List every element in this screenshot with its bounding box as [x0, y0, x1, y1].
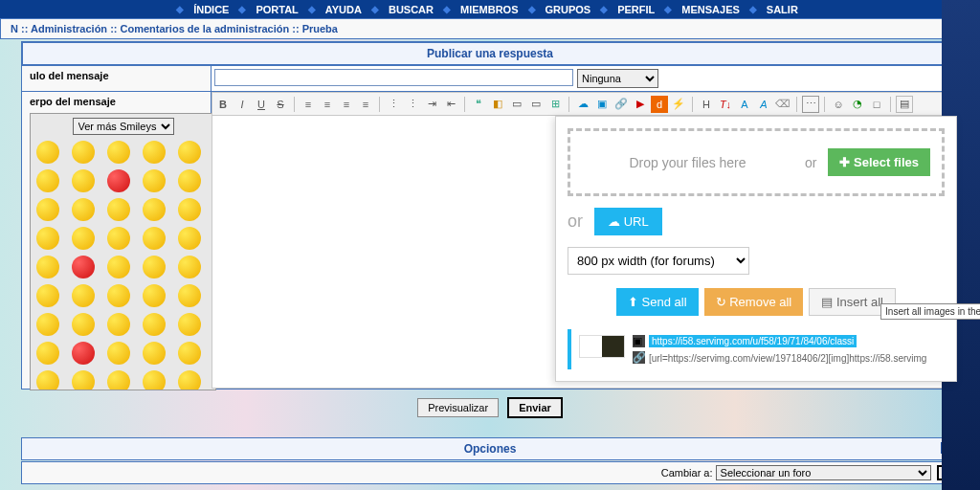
- nav-mensajes[interactable]: MENSAJES: [676, 4, 746, 15]
- flash-button[interactable]: ⚡: [670, 96, 687, 113]
- select-files-button[interactable]: ✚ Select files: [828, 148, 930, 176]
- table-button[interactable]: ⊞: [546, 96, 564, 113]
- emoji-button[interactable]: ☺: [830, 96, 847, 113]
- jump-forum-select[interactable]: Seleccionar un foro: [716, 465, 931, 480]
- smiley-icon[interactable]: [36, 313, 59, 336]
- smiley-icon[interactable]: [143, 342, 166, 365]
- title-input[interactable]: [214, 69, 573, 86]
- preview-button[interactable]: Previsualizar: [417, 398, 499, 417]
- nav-indice[interactable]: ÍNDICE: [188, 4, 234, 15]
- special-button[interactable]: □: [868, 96, 885, 113]
- align-left-button[interactable]: ≡: [300, 96, 317, 113]
- smiley-icon[interactable]: [178, 256, 201, 278]
- title-type-select[interactable]: Ninguna: [577, 69, 658, 88]
- youtube-button[interactable]: ▶: [632, 96, 649, 113]
- editor-textarea[interactable]: Drop your files here or ✚ Select files o…: [212, 116, 958, 389]
- more-button[interactable]: ⋯: [802, 96, 819, 113]
- smiley-icon[interactable]: [143, 313, 166, 336]
- nav-ayuda[interactable]: AYUDA: [320, 4, 368, 15]
- smiley-icon[interactable]: [107, 284, 130, 307]
- smiley-icon[interactable]: [143, 141, 166, 164]
- font-button[interactable]: A: [755, 96, 772, 113]
- upload-thumbnail[interactable]: [579, 335, 625, 358]
- smiley-icon[interactable]: [143, 227, 166, 250]
- smiley-icon[interactable]: [143, 169, 166, 192]
- fontsize-button[interactable]: T↓: [717, 96, 734, 113]
- smiley-icon[interactable]: [36, 256, 59, 278]
- smiley-icon[interactable]: [178, 141, 201, 164]
- bold-button[interactable]: B: [214, 96, 232, 113]
- smiley-icon[interactable]: [72, 169, 95, 192]
- upload-url[interactable]: https://i58.servimg.com/u/f58/19/71/84/0…: [649, 335, 857, 347]
- list-ol-button[interactable]: ⋮: [404, 96, 421, 113]
- smiley-icon[interactable]: [178, 370, 201, 390]
- strike-button[interactable]: S: [272, 96, 289, 113]
- smiley-icon[interactable]: [178, 227, 201, 250]
- smiley-icon[interactable]: [36, 227, 59, 250]
- smiley-icon[interactable]: [143, 284, 166, 307]
- nav-salir[interactable]: SALIR: [761, 4, 804, 15]
- dropzone[interactable]: Drop your files here or ✚ Select files: [568, 128, 945, 196]
- smiley-icon[interactable]: [107, 227, 130, 250]
- smiley-icon[interactable]: [178, 198, 201, 221]
- heading-button[interactable]: H: [698, 96, 715, 113]
- breadcrumb-link[interactable]: Administración: [31, 23, 107, 34]
- smiley-icon[interactable]: [36, 284, 59, 307]
- remove-all-button[interactable]: ↻ Remove all: [704, 288, 804, 316]
- smiley-icon[interactable]: [107, 342, 130, 365]
- link-button[interactable]: 🔗: [612, 96, 630, 113]
- smiley-icon[interactable]: [72, 198, 95, 221]
- smiley-icon[interactable]: [72, 256, 95, 278]
- smiley-icon[interactable]: [36, 342, 59, 365]
- smiley-icon[interactable]: [107, 256, 130, 278]
- url-button[interactable]: ☁ URL: [594, 208, 662, 235]
- smiley-icon[interactable]: [143, 256, 166, 278]
- smiley-icon[interactable]: [36, 141, 59, 164]
- smiley-icon[interactable]: [72, 313, 95, 336]
- smiley-icon[interactable]: [178, 342, 201, 365]
- code-button[interactable]: ◧: [489, 96, 506, 113]
- more-smileys-button[interactable]: Ver más Smileys: [73, 118, 174, 135]
- smiley-icon[interactable]: [72, 370, 95, 390]
- removefmt-button[interactable]: ⌫: [774, 96, 791, 113]
- smiley-icon[interactable]: [72, 141, 95, 164]
- list-ul-button[interactable]: ⋮: [385, 96, 402, 113]
- hidden-button[interactable]: ▭: [527, 96, 545, 113]
- send-all-button[interactable]: ⬆ Send all: [616, 288, 699, 316]
- smiley-icon[interactable]: [178, 169, 201, 192]
- smiley-icon[interactable]: [72, 342, 95, 365]
- upload-bbcode[interactable]: [url=https://servimg.com/view/19718406/2…: [649, 353, 926, 364]
- dailymotion-button[interactable]: d: [651, 96, 668, 113]
- outdent-button[interactable]: ⇤: [442, 96, 459, 113]
- spoiler-button[interactable]: ▭: [508, 96, 525, 113]
- smiley-icon[interactable]: [72, 227, 95, 250]
- nav-portal[interactable]: PORTAL: [250, 4, 303, 15]
- italic-button[interactable]: I: [234, 96, 251, 113]
- smiley-icon[interactable]: [107, 370, 130, 390]
- source-button[interactable]: ▤: [896, 96, 913, 113]
- align-center-button[interactable]: ≡: [319, 96, 336, 113]
- underline-button[interactable]: U: [253, 96, 270, 113]
- nav-buscar[interactable]: BUSCAR: [383, 4, 439, 15]
- nav-miembros[interactable]: MIEMBROS: [455, 4, 524, 15]
- smiley-icon[interactable]: [36, 198, 59, 221]
- indent-button[interactable]: ⇥: [423, 96, 440, 113]
- smiley-icon[interactable]: [143, 370, 166, 390]
- smiley-icon[interactable]: [107, 141, 130, 164]
- smiley-icon[interactable]: [178, 313, 201, 336]
- nav-grupos[interactable]: GRUPOS: [540, 4, 597, 15]
- send-button[interactable]: Enviar: [507, 397, 563, 418]
- options-header[interactable]: Opciones −: [21, 437, 959, 460]
- smiley-icon[interactable]: [107, 198, 130, 221]
- smiley-icon[interactable]: [107, 313, 130, 336]
- align-justify-button[interactable]: ≡: [357, 96, 374, 113]
- smiley-icon[interactable]: [107, 169, 130, 192]
- breadcrumb-link[interactable]: Comentarios de la administración: [121, 23, 290, 34]
- image-width-select[interactable]: 800 px width (for forums): [568, 247, 749, 275]
- align-right-button[interactable]: ≡: [338, 96, 355, 113]
- smiley-icon[interactable]: [143, 198, 166, 221]
- image-button[interactable]: ▣: [593, 96, 611, 113]
- smiley-icon[interactable]: [36, 169, 59, 192]
- smiley-icon[interactable]: [36, 370, 59, 390]
- breadcrumb-link[interactable]: Prueba: [302, 23, 338, 34]
